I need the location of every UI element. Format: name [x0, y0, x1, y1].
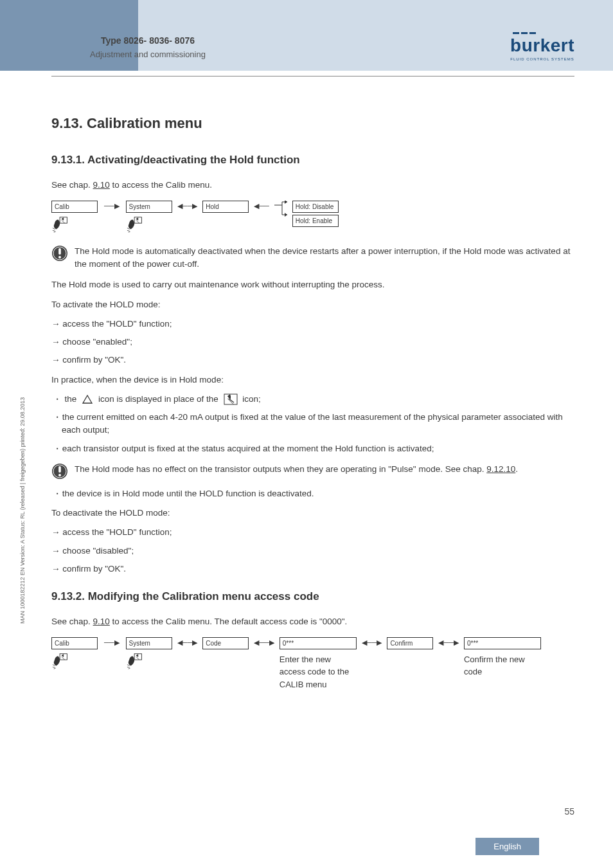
menu-system-2: System	[126, 637, 172, 649]
intro-9-13-1: See chap. 9.10 to access the Calib menu.	[51, 179, 574, 192]
menu-system: System	[126, 201, 172, 213]
arrow-bidir-icon: ◀──▶	[177, 201, 198, 212]
callout-text-1: The Hold mode is automatically deactivat…	[75, 245, 574, 271]
step-choose-enabled: → choose "enabled";	[51, 336, 574, 348]
caption-confirm-code: Confirm the new code	[464, 653, 541, 678]
para-activate-intro: To activate the HOLD mode:	[51, 298, 574, 311]
warning-icon	[51, 463, 68, 480]
para-hold-purpose: The Hold mode is used to carry out maint…	[51, 278, 574, 291]
press-icon	[51, 215, 71, 233]
menu-path-hold: Calib ──▶ System ◀──▶ Hold ◀──	[51, 201, 574, 233]
step-access-hold-2: → access the "HOLD" function;	[51, 526, 574, 539]
main-content: 9.13. Calibration menu 9.13.1. Activatin…	[51, 113, 574, 702]
menu-code: Code	[202, 637, 249, 649]
heading-9-13: 9.13. Calibration menu	[51, 113, 574, 134]
caption-enter-code: Enter the new access code to the CALIB m…	[280, 653, 357, 691]
arrow-bidir-icon: ◀──▶	[177, 637, 198, 648]
press-icon	[51, 652, 71, 670]
callout-warning-2: The Hold mode has no effect on the trans…	[51, 463, 574, 480]
chap-link-9-12-10[interactable]: 9.12.10	[486, 464, 515, 474]
arrow-bidir-icon: ◀──▶	[254, 637, 274, 648]
header-divider	[51, 76, 574, 77]
bullet-until-deactivated: the device is in Hold mode until the HOL…	[57, 487, 574, 500]
callout-warning-1: The Hold mode is automatically deactivat…	[51, 245, 574, 271]
type-title: Type 8026- 8036- 8076	[51, 35, 244, 46]
menu-path-code: Calib ──▶ System ◀──▶ Code ◀──▶ 0*** Ent…	[51, 637, 574, 691]
arrow-bidir-icon: ◀──▶	[362, 637, 382, 648]
press-icon	[126, 215, 145, 233]
arrow-bidir-icon: ◀──	[254, 201, 269, 212]
section-name: Adjustment and commissioning	[51, 50, 244, 59]
heading-9-13-1: 9.13.1. Activating/deactivating the Hold…	[51, 152, 574, 168]
menu-hold-disable: Hold: Disable	[292, 201, 339, 213]
chap-link-9-10[interactable]: 9.10	[93, 180, 110, 190]
logo-subtitle: FLUID CONTROL SYSTEMS	[510, 57, 574, 61]
bullet-current-fixed: the current emitted on each 4-20 mA outp…	[57, 411, 574, 437]
heading-9-13-2: 9.13.2. Modifying the Calibration menu a…	[51, 588, 574, 605]
step-access-hold: → access the "HOLD" function;	[51, 318, 574, 330]
logo-text: burkert	[510, 35, 574, 56]
menu-hold-enable: Hold: Enable	[292, 215, 339, 227]
split-icon	[274, 201, 287, 220]
chap-link-9-10-b[interactable]: 9.10	[93, 617, 110, 626]
bullet-transistor-fixed: each transistor output is fixed at the s…	[57, 442, 574, 455]
menu-calib: Calib	[51, 201, 98, 213]
step-choose-disabled: → choose "disabled";	[51, 545, 574, 557]
para-deactivate-intro: To deactivate the HOLD mode:	[51, 507, 574, 520]
menu-entry-1: 0***	[280, 637, 357, 649]
arrow-bidir-icon: ◀──▶	[438, 637, 459, 648]
step-confirm-ok: → confirm by "OK".	[51, 354, 574, 366]
sidebar-metadata: MAN 1000182212 EN Version: A Status: RL …	[19, 397, 26, 624]
language-badge: English	[475, 838, 539, 855]
bullet-icon-displayed: the icon is displayed in place of the ic…	[57, 393, 574, 406]
warning-icon	[51, 245, 68, 262]
menu-calib-2: Calib	[51, 637, 98, 649]
brand-logo: burkert FLUID CONTROL SYSTEMS	[510, 32, 574, 61]
arrow-right-icon: ──▶	[104, 637, 120, 648]
nav-arrow-icon	[224, 393, 238, 405]
menu-confirm: Confirm	[387, 637, 433, 649]
svg-rect-9	[58, 466, 61, 473]
triangle-icon	[82, 394, 93, 404]
page-number: 55	[564, 806, 574, 817]
svg-point-10	[58, 474, 61, 476]
press-icon	[126, 652, 145, 670]
intro-9-13-2: See chap. 9.10 to access the Calib menu.…	[51, 615, 574, 628]
para-practice-intro: In practice, when the device is in Hold …	[51, 374, 574, 386]
arrow-right-icon: ──▶	[104, 201, 120, 212]
header-info: Type 8026- 8036- 8076 Adjustment and com…	[51, 35, 244, 59]
svg-point-5	[58, 256, 61, 258]
menu-entry-2: 0***	[464, 637, 541, 649]
callout-text-2: The Hold mode has no effect on the trans…	[75, 463, 574, 476]
svg-rect-4	[58, 248, 61, 255]
menu-hold: Hold	[202, 201, 249, 213]
step-confirm-ok-2: → confirm by "OK".	[51, 563, 574, 575]
